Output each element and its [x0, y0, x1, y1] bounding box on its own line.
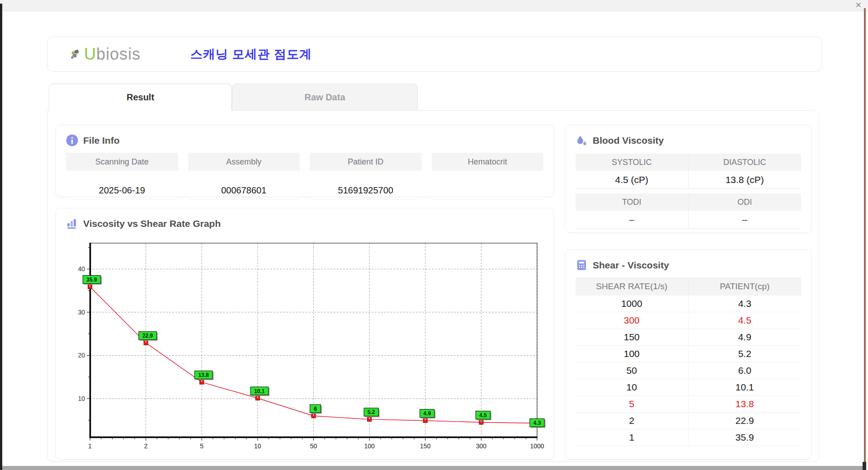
title-bar	[0, 0, 868, 11]
field-label-patient-id: Patient ID	[310, 153, 422, 171]
shear-viscosity-title: Shear - Viscosity	[593, 260, 669, 271]
svg-text:22.9: 22.9	[142, 333, 153, 339]
logo-text: Ubiosis	[84, 45, 141, 64]
screen-right-edge	[864, 8, 866, 466]
svg-text:1: 1	[88, 442, 92, 450]
shear-cell: 300	[576, 312, 689, 329]
svg-text:20: 20	[78, 352, 85, 359]
table-row-highlight: 300 4.5	[576, 312, 801, 329]
screen-left-edge	[0, 4, 2, 470]
svg-text:10: 10	[254, 442, 261, 450]
field-value-patient-id: 51691925700	[310, 181, 422, 200]
shear-cell: 100	[576, 346, 689, 362]
table-row: 2 22.9	[576, 413, 801, 429]
svg-text:2: 2	[144, 442, 148, 450]
tab-raw-data[interactable]: Raw Data	[232, 84, 418, 110]
svg-text:5.2: 5.2	[368, 409, 375, 415]
app-window: { "window": { "close_label": "✕" }, "hea…	[0, 0, 868, 470]
screen-bottom-edge	[2, 466, 863, 470]
table-row-highlight: 5 13.8	[576, 396, 801, 413]
viscosity-chart: 102030401251050100150300100035.922.913.8…	[71, 239, 559, 455]
shear-cell: 150	[576, 329, 689, 346]
svg-text:10.1: 10.1	[254, 388, 265, 395]
table-row: 150 4.9	[576, 329, 801, 346]
todi-header: TODI	[576, 193, 689, 211]
file-info-card: File Info Scanning Date Assembly Patient…	[56, 125, 554, 197]
info-icon	[66, 134, 78, 146]
graph-card: Viscosity vs Shear Rate Graph 1020304012…	[56, 208, 554, 460]
table-row: 1 35.9	[576, 429, 801, 446]
svg-text:5: 5	[200, 442, 203, 450]
tab-result[interactable]: Result	[49, 84, 232, 111]
svg-text:50: 50	[310, 442, 317, 450]
shear-viscosity-card: Shear - Viscosity SHEAR RATE(1/s) PATIEN…	[565, 249, 811, 460]
svg-text:4.5: 4.5	[479, 412, 487, 418]
patient-cell: 35.9	[689, 429, 802, 446]
shear-cell: 10	[576, 379, 689, 396]
close-icon[interactable]: ✕	[855, 1, 862, 10]
field-label-assembly: Assembly	[188, 153, 300, 171]
patient-cell: 22.9	[689, 413, 802, 429]
header-card: Ubiosis 스캐닝 모세관 점도계	[47, 37, 822, 72]
systolic-header: SYSTOLIC	[576, 154, 689, 171]
todi-value: –	[576, 211, 689, 229]
diastolic-value: 13.8 (cP)	[689, 171, 802, 189]
shear-cell: 1000	[576, 296, 689, 312]
screen-corner	[863, 462, 866, 470]
field-label-scanning-date: Scanning Date	[66, 153, 178, 171]
svg-text:6: 6	[314, 406, 317, 412]
svg-text:300: 300	[476, 442, 487, 450]
ubiosis-logo: Ubiosis	[70, 45, 141, 64]
bar-chart-icon	[66, 217, 78, 230]
shear-cell: 50	[576, 362, 689, 379]
odi-value: –	[689, 211, 802, 229]
svg-text:13.8: 13.8	[198, 372, 209, 378]
shear-cell: 1	[576, 429, 689, 446]
odi-header: ODI	[689, 193, 802, 211]
field-value-hematocrit	[432, 181, 544, 200]
table-row: 50 6.0	[576, 362, 801, 379]
svg-text:1000: 1000	[530, 442, 544, 450]
page-title: 스캐닝 모세관 점도계	[190, 46, 312, 62]
patient-cell: 10.1	[689, 379, 802, 396]
svg-text:35.9: 35.9	[86, 277, 97, 283]
systolic-value: 4.5 (cP)	[576, 171, 689, 189]
patient-column-header: PATIENT(cp)	[689, 277, 802, 296]
table-row: 10 10.1	[576, 379, 801, 396]
patient-cell: 6.0	[689, 362, 802, 379]
svg-text:4.3: 4.3	[533, 420, 541, 426]
graph-title: Viscosity vs Shear Rate Graph	[83, 218, 221, 229]
svg-text:4.9: 4.9	[423, 410, 431, 417]
svg-text:40: 40	[78, 265, 85, 273]
table-row: 100 5.2	[576, 346, 801, 362]
svg-text:150: 150	[420, 442, 431, 450]
field-value-scanning-date: 2025-06-19	[66, 181, 178, 200]
blood-viscosity-card: Blood Viscosity SYSTOLIC DIASTOLIC 4.5 (…	[565, 125, 811, 233]
file-info-title: File Info	[83, 135, 120, 146]
svg-text:30: 30	[78, 309, 85, 316]
patient-cell: 5.2	[689, 346, 802, 362]
main-content: File Info Scanning Date Assembly Patient…	[47, 110, 819, 462]
svg-text:10: 10	[78, 395, 85, 402]
diastolic-header: DIASTOLIC	[689, 154, 802, 171]
shear-rate-column-header: SHEAR RATE(1/s)	[576, 277, 689, 296]
patient-cell: 4.5	[689, 312, 802, 329]
shear-cell: 2	[576, 413, 689, 429]
patient-cell: 13.8	[689, 396, 802, 413]
table-row: 1000 4.3	[576, 296, 801, 312]
field-label-hematocrit: Hematocrit	[432, 153, 544, 171]
calculator-icon	[576, 259, 588, 271]
field-value-assembly: 000678601	[188, 181, 300, 200]
shear-cell: 5	[576, 396, 689, 413]
patient-cell: 4.3	[689, 296, 802, 312]
ubiosis-logo-icon	[70, 48, 82, 61]
droplet-icon	[576, 134, 588, 146]
patient-cell: 4.9	[689, 329, 802, 346]
svg-text:100: 100	[364, 442, 375, 450]
blood-viscosity-title: Blood Viscosity	[593, 135, 664, 146]
